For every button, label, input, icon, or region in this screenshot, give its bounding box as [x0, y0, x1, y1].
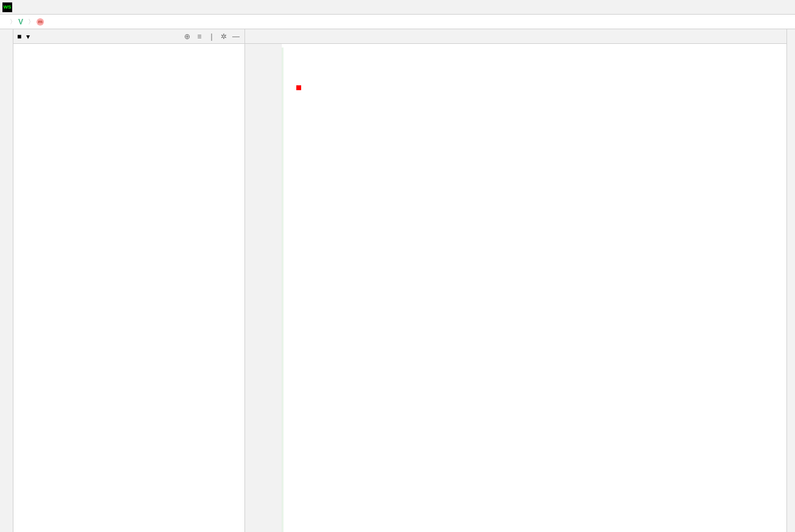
- gear-icon[interactable]: ✲: [219, 32, 229, 41]
- fold-strip: [282, 44, 290, 532]
- line-gutter: [245, 44, 282, 532]
- method-icon: m: [37, 18, 44, 26]
- chevron-right-icon: 〉: [10, 18, 16, 26]
- breadcrumb-method[interactable]: m: [37, 18, 46, 26]
- code-content[interactable]: [290, 44, 786, 532]
- app-logo-icon: WS: [2, 2, 12, 12]
- locate-icon[interactable]: ⊕: [182, 32, 192, 41]
- fold-line: [282, 48, 283, 532]
- code-area[interactable]: [245, 44, 786, 532]
- project-tree[interactable]: [13, 44, 244, 532]
- breadcrumb: 〉 V 〉 m: [0, 15, 795, 29]
- menubar: WS: [0, 0, 795, 15]
- editor-tabs: [245, 29, 786, 44]
- editor: [245, 29, 786, 532]
- project-panel: ■ ▾ ⊕ ≡ | ✲ —: [13, 29, 245, 532]
- hide-icon[interactable]: —: [231, 32, 241, 41]
- project-panel-title[interactable]: ■ ▾: [17, 32, 30, 41]
- highlight-box: [296, 85, 301, 90]
- project-panel-header: ■ ▾ ⊕ ≡ | ✲ —: [13, 29, 244, 44]
- chevron-right-icon: 〉: [28, 18, 34, 26]
- left-tool-strip: [0, 29, 13, 532]
- right-tool-strip: [786, 29, 795, 532]
- divider: |: [207, 32, 216, 41]
- expand-all-icon[interactable]: ≡: [194, 32, 204, 41]
- breadcrumb-file[interactable]: V: [18, 18, 26, 26]
- vue-file-icon: V: [18, 18, 23, 26]
